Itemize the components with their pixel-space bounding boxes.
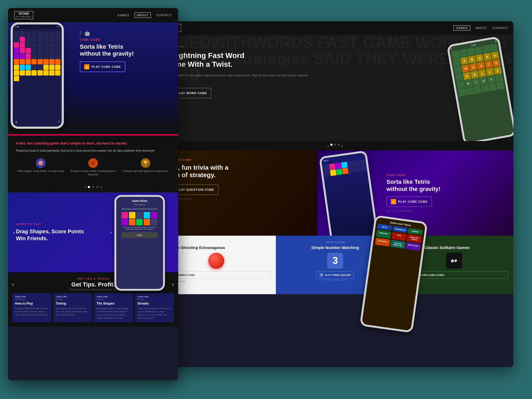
rules-detail: Fill rows side-to-side or top-to-bottom … <box>121 226 158 230</box>
trivia-screen: Select your Topics BLITZ Videogames BONU… <box>362 217 426 331</box>
front-carousel-prev[interactable]: ‹ <box>84 185 86 189</box>
wordcube-tag: WORD CUBE <box>165 45 309 48</box>
phone-status-bar: 2:39 1 320 <box>13 24 62 29</box>
carousel-dot-3[interactable] <box>338 144 340 146</box>
qc-phone-container: Select your Topics BLITZ Videogames BONU… <box>367 218 426 340</box>
front-dot-1[interactable] <box>88 186 90 188</box>
learn-title: Drag Shapes, Score Points Win Friends. <box>16 228 85 242</box>
learn-text: LEARN TO PLAY Drag Shapes, Score Points … <box>16 223 85 242</box>
bottom-cards-row: BUBBLE CUBE A Bubble Shooting Extravagan… <box>157 236 513 294</box>
tips-cards-container: CUBE CUBE The Basics How to Play Drag an… <box>12 293 174 322</box>
tip-card-4: CUBE CUBE Pro Tip Streaks Clear rows on … <box>135 293 174 322</box>
hero-game-tag: CUBE CUBE <box>80 38 170 41</box>
tip-1-subtitle: The Basics <box>15 298 49 301</box>
cc-btn-icon: ■ <box>391 199 396 204</box>
phone-bottom-controls: ⏸ ? <box>13 119 62 124</box>
wordcube-desc: Featuring head to head game without havi… <box>165 73 309 82</box>
tip-4-title: Streaks <box>138 302 172 305</box>
feature-2: ⚔ Its head to head! A dash of strategy g… <box>68 158 118 176</box>
game-rules-screen: Game Rules "The Basics" Drag shapes onto… <box>116 197 163 289</box>
front-nav-games[interactable]: GAMES <box>117 14 129 17</box>
play-three-button[interactable]: 3 PLAY THREE SQUARE <box>317 271 354 279</box>
bubble-goto[interactable]: GO TO GAME PAGE <box>162 280 271 283</box>
bubble-icon <box>208 253 224 269</box>
solitaire-icon: ♣♥ <box>446 253 462 269</box>
tip-4-gametag: CUBE CUBE <box>138 296 172 298</box>
phone-screen: 2:39 1 320 <box>13 24 62 127</box>
feature-2-icon: ⚔ <box>88 158 98 168</box>
front-nav-about[interactable]: ABOUT <box>135 13 151 18</box>
middle-sections: QUESTION CUBE Fast, fun trivia with a da… <box>157 151 513 236</box>
game-grid <box>13 30 62 82</box>
rules-next-btn[interactable]: Next <box>122 232 158 238</box>
wordcube-title: A Lightning Fast Word Game With a Twist. <box>165 51 309 69</box>
feature-1: 🎯 Place shapes. Score Points. It's super… <box>16 158 66 176</box>
feature-2-text: Its head to head! A dash of strategy goe… <box>68 169 118 176</box>
front-logo[interactable]: TETHER STUDIOS <box>14 11 33 19</box>
play-bubble-button[interactable]: PLAY BUBBLE CUBE <box>162 271 271 279</box>
hero-right-content:  🤖 CUBE CUBE Sorta like Tetris without … <box>74 28 170 72</box>
carousel-dot-2[interactable] <box>334 144 336 146</box>
feature-3-icon: 🏆 <box>141 158 150 168</box>
tip-card-2: CUBE CUBE Pro Tip Timing Every game has … <box>53 293 93 322</box>
back-navbar: TETHER STUDIOS GAMES ABOUT CONTACT <box>157 21 513 35</box>
topic-name-author: Name the Author <box>407 234 422 243</box>
front-dot-3[interactable] <box>96 186 98 188</box>
tips-center-header: PRO TIPS & TRICKS Get Tips. Profit. Thes… <box>69 277 117 291</box>
platform-icons:  🤖 <box>80 30 170 36</box>
rules-subtitle: "The Basics" <box>119 203 160 206</box>
topic-blitz: BLITZ <box>377 224 392 231</box>
qc-phone: Select your Topics BLITZ Videogames BONU… <box>360 215 428 333</box>
cc-phone-container: 20:47 <box>323 159 381 228</box>
cc-go-to-game[interactable]: GO TO GAME PAGE <box>386 210 483 212</box>
topic-ban: BAN <box>391 232 406 241</box>
nav-contact[interactable]: CONTACT <box>492 26 508 30</box>
feature-1-text: Place shapes. Score Points. It's super e… <box>18 169 64 173</box>
learn-next[interactable]: › <box>110 229 112 235</box>
play-cubecube-back-button[interactable]: ■ PLAY CUBE CUBE <box>386 196 432 207</box>
topic-videogames: Videogames <box>393 226 408 233</box>
back-window: TETHER STUDIOS GAMES ABOUT CONTACT SPEED… <box>157 21 513 367</box>
tip-card-1: CUBE CUBE The Basics How to Play Drag an… <box>12 293 52 322</box>
carousel-dot-1[interactable] <box>330 144 332 146</box>
bubble-title: A Bubble Shooting Extravaganza <box>162 245 271 250</box>
tip-4-body: Clear rows on back-to-back turns to scor… <box>138 307 172 320</box>
learn-prev[interactable]: ‹ <box>13 229 15 235</box>
tip-1-title: How to Play <box>15 302 49 305</box>
wordcube-phone: 0 5:00 5 ABSRE MOUTH SELLE PIST <box>447 36 513 141</box>
question-cube-section: QUESTION CUBE Fast, fun trivia with a da… <box>157 151 317 236</box>
feature-3-text: Compete with other players for cash priz… <box>123 169 168 173</box>
front-carousel-next[interactable]: › <box>101 185 102 189</box>
nav-about[interactable]: ABOUT <box>476 26 487 30</box>
carousel-prev[interactable]: ‹ <box>327 144 329 148</box>
learn-phone-area: Game Rules "The Basics" Drag shapes onto… <box>114 195 173 269</box>
tip-3-body: Both players get the same shapes in the … <box>97 307 131 320</box>
phone-body: 2:39 1 320 <box>11 22 64 129</box>
front-phone-mockup: 2:39 1 320 <box>11 22 69 134</box>
three-icon: 3 <box>327 253 343 269</box>
play-cubecube-front-button[interactable]: ■ PLAY CUBE CUBE <box>80 61 125 72</box>
nav-games[interactable]: GAMES <box>454 25 470 31</box>
tip-3-gametag: CUBE CUBE <box>97 296 131 298</box>
front-dot-2[interactable] <box>92 186 94 188</box>
cc-content: CUBE CUBE Sorta like Tetris without the … <box>381 174 483 212</box>
three-btn-icon: 3 <box>319 273 323 277</box>
tips-tag: PRO TIPS & TRICKS <box>69 277 117 280</box>
tip-2-body: Every game has a 3 minute time limit. Th… <box>56 307 90 317</box>
tip-2-subtitle: Pro Tip <box>56 298 90 301</box>
word-grid: ABSRE MOUTH SELLE PIST <box>451 43 505 97</box>
topic-bonus: BONUS <box>408 228 423 235</box>
apple-icon:  <box>80 30 82 36</box>
features-row: 🎯 Place shapes. Score Points. It's super… <box>16 158 170 176</box>
front-nav-contact[interactable]: CONTACT <box>156 14 172 17</box>
topic-inventions: Inventions <box>375 238 390 246</box>
cc-tag: CUBE CUBE <box>386 174 483 176</box>
android-icon: 🤖 <box>84 30 90 36</box>
rules-title: Game Rules <box>119 200 160 202</box>
tips-arrow-left[interactable]: ‹ <box>12 281 14 287</box>
tips-title: Get Tips. Profit. <box>69 281 117 288</box>
carousel-next[interactable]: › <box>342 144 343 148</box>
tips-arrow-right[interactable]: › <box>172 281 174 287</box>
cc-title: Sorta like Tetris without the gravity! <box>386 178 483 193</box>
rules-preview-grid <box>119 212 160 225</box>
